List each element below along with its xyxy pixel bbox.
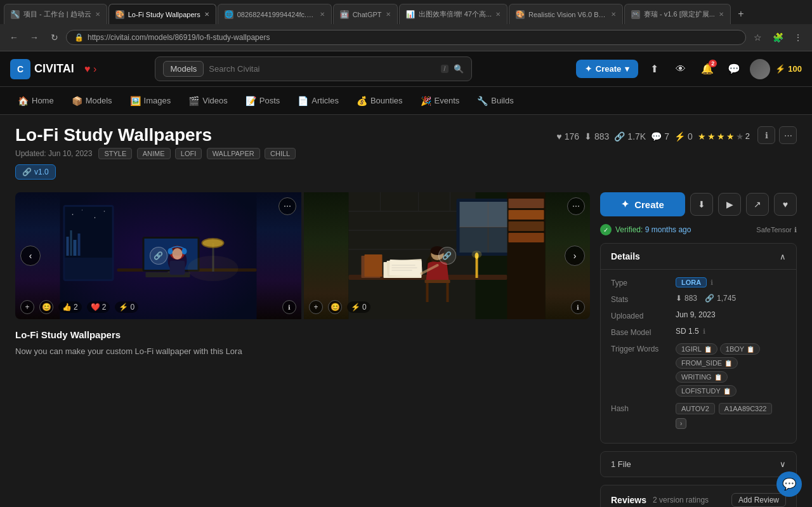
verified-date[interactable]: 9 months ago (645, 225, 691, 234)
tab-6-close[interactable]: ✕ (611, 11, 616, 18)
image-1-more-btn[interactable]: ⋯ (278, 197, 296, 215)
extensions-button[interactable]: 🧩 (769, 29, 787, 46)
comments-count: 7 (664, 131, 669, 142)
safetensor-info-icon[interactable]: ℹ (794, 226, 797, 234)
image-2-info-btn[interactable]: ℹ (571, 300, 585, 314)
tab-7-close[interactable]: ✕ (719, 11, 724, 18)
nav-home[interactable]: 🏠 Home (10, 91, 62, 111)
create-model-button[interactable]: ✦ Create (600, 192, 685, 216)
tag-chill[interactable]: CHILL (265, 148, 296, 159)
tag-lofi[interactable]: LOFI (175, 148, 202, 159)
nav-videos[interactable]: 🎬 Videos (181, 91, 235, 111)
gallery-prev-button[interactable]: ‹ (20, 246, 41, 266)
tab-3-close[interactable]: ✕ (320, 11, 325, 18)
nav-bounties-label: Bounties (370, 96, 403, 105)
nav-images[interactable]: 🖼️ Images (122, 91, 179, 111)
image-1-info-btn[interactable]: ℹ (282, 300, 296, 314)
tab-3[interactable]: 🌐 0826824419994424fc.g... ✕ (218, 4, 332, 24)
reload-button[interactable]: ↻ (46, 29, 63, 46)
user-avatar[interactable] (750, 59, 770, 79)
info-button[interactable]: ℹ (757, 126, 775, 144)
add-review-button[interactable]: Add Review (731, 493, 786, 507)
base-model-info-icon[interactable]: ℹ (703, 327, 705, 336)
image-1-emoji-btn[interactable]: 😊 (39, 300, 53, 314)
menu-button[interactable]: ⋮ (789, 29, 807, 46)
svg-rect-60 (426, 283, 429, 302)
image-2-more-btn[interactable]: ⋯ (567, 197, 585, 215)
details-body: Type LORA ℹ Stats ⬇ (601, 270, 796, 443)
notifications-button[interactable]: 🔔 2 (697, 58, 718, 80)
tab-6[interactable]: 🎨 Realistic Vision V6.0 B1... ✕ (509, 4, 623, 24)
nav-models[interactable]: 📦 Models (64, 91, 120, 111)
image-2-buzz-stat: ⚡ 0 (347, 301, 370, 313)
hash-more-button[interactable]: › (676, 418, 686, 429)
tab-5[interactable]: 📊 出图效率倍增! 47个高... ✕ (399, 4, 508, 24)
details-collapse-icon: ∧ (780, 252, 786, 261)
tag-style[interactable]: STYLE (98, 148, 132, 159)
tab-4-close[interactable]: ✕ (386, 11, 391, 18)
tag-anime[interactable]: ANIME (137, 148, 171, 159)
tab-2[interactable]: 🎨 Lo-Fi Study Wallpapers ✕ (108, 4, 216, 24)
new-tab-button[interactable]: + (732, 5, 750, 23)
image-1-link-btn[interactable]: 🔗 (150, 247, 167, 265)
tab-7[interactable]: 🎮 赛瑞 - v1.6 [限定扩展... ✕ (624, 4, 731, 24)
gallery-next-button[interactable]: › (565, 246, 585, 266)
details-header[interactable]: Details ∧ (601, 244, 796, 270)
trigger-lofistudy[interactable]: LOFISTUDY 📋 (676, 385, 737, 397)
trigger-from-side[interactable]: FROM_SIDE 📋 (676, 357, 738, 369)
trigger-writing[interactable]: WRITING 📋 (676, 371, 728, 383)
nav-articles[interactable]: 📄 Articles (290, 91, 346, 111)
image-2-link-btn[interactable]: 🔗 (438, 247, 456, 265)
tab-5-title: 出图效率倍增! 47个高... (419, 10, 492, 19)
trigger-1girl-copy[interactable]: 📋 (704, 346, 712, 353)
run-model-button[interactable]: ▶ (718, 193, 741, 216)
save-model-button[interactable]: ♥ (774, 193, 797, 216)
tab-6-favicon: 🎨 (516, 10, 525, 19)
image-2-emoji-btn[interactable]: 😊 (328, 300, 342, 314)
create-button[interactable]: ✦ Create ▾ (576, 60, 638, 78)
search-type-dropdown[interactable]: Models (163, 61, 204, 77)
nav-posts[interactable]: 📝 Posts (238, 91, 288, 111)
search-button[interactable]: 🔍 (454, 64, 464, 74)
tab-1-title: 项目 - 工作台 | 趋动云 (23, 10, 91, 19)
version-badge[interactable]: 🔗 v1.0 (15, 164, 56, 180)
nav-events[interactable]: 🎉 Events (413, 91, 468, 111)
forward-button[interactable]: → (25, 29, 43, 46)
image-1-add-btn[interactable]: + (20, 300, 34, 314)
bookmark-button[interactable]: ☆ (749, 29, 766, 46)
trigger-writing-copy[interactable]: 📋 (714, 374, 722, 381)
nav-builds[interactable]: 🔧 Builds (469, 91, 521, 111)
lightning-credits[interactable]: ⚡ 100 (775, 64, 802, 74)
trigger-from-side-copy[interactable]: 📋 (724, 360, 732, 367)
trigger-1boy-copy[interactable]: 📋 (747, 346, 754, 353)
tab-4[interactable]: 🤖 ChatGPT ✕ (333, 4, 398, 24)
buzz-icon: ⚡ (674, 131, 685, 142)
tab-2-close[interactable]: ✕ (204, 11, 209, 18)
trigger-1girl[interactable]: 1GIRL 📋 (676, 343, 717, 355)
address-bar[interactable]: 🔒 https://civitai.com/models/86919/lo-fi… (66, 30, 746, 45)
tab-1-close[interactable]: ✕ (95, 11, 100, 18)
favorites-button[interactable]: ♥ › (82, 60, 100, 78)
back-button[interactable]: ← (5, 29, 23, 46)
file-header[interactable]: 1 File ∨ (601, 452, 796, 477)
upload-button[interactable]: ⬆ (643, 58, 665, 80)
image-2-add-btn[interactable]: + (309, 300, 323, 314)
tab-5-close[interactable]: ✕ (495, 11, 501, 18)
floating-chat-button[interactable]: 💬 (776, 471, 802, 497)
more-options-button[interactable]: ⋯ (779, 126, 797, 144)
type-value: LORA ℹ (676, 277, 786, 287)
trigger-lofistudy-copy[interactable]: 📋 (723, 388, 731, 395)
svg-rect-52 (476, 256, 478, 278)
eye-button[interactable]: 👁 (670, 58, 691, 80)
type-info-icon[interactable]: ℹ (710, 279, 713, 287)
download-model-button[interactable]: ⬇ (690, 193, 713, 216)
nav-bounties[interactable]: 💰 Bounties (349, 91, 410, 111)
reviews-version-count: 2 version ratings (653, 496, 709, 504)
trigger-1boy[interactable]: 1BOY 📋 (720, 343, 760, 355)
logo[interactable]: C CIVITAI (10, 59, 74, 79)
tab-1[interactable]: 🔧 项目 - 工作台 | 趋动云 ✕ (4, 4, 107, 24)
tag-wallpaper[interactable]: WALLPAPER (207, 148, 260, 159)
messages-button[interactable]: 💬 (723, 58, 745, 80)
search-input[interactable] (209, 64, 435, 74)
share-model-button[interactable]: ↗ (746, 193, 769, 216)
